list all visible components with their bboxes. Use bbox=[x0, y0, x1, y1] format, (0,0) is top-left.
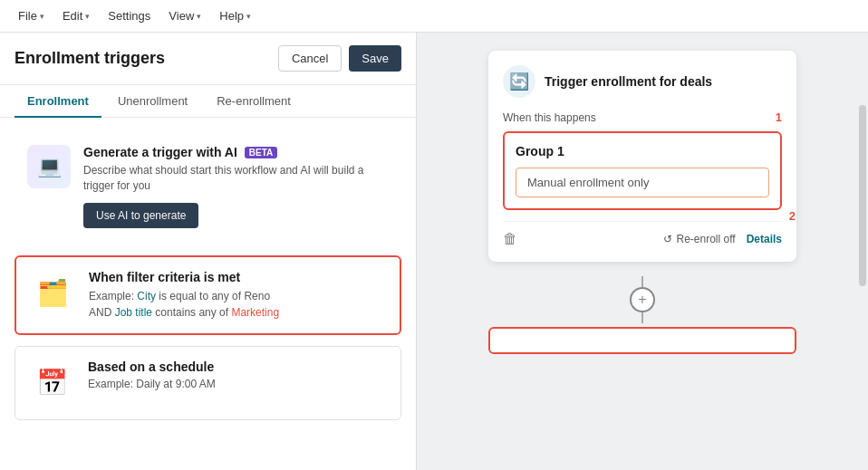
file-chevron-icon: ▾ bbox=[40, 12, 44, 21]
filter-card-title: When filter criteria is met bbox=[89, 270, 279, 284]
details-button[interactable]: Details bbox=[747, 233, 782, 245]
menu-edit[interactable]: Edit ▾ bbox=[55, 6, 97, 25]
enrollment-card-title: Trigger enrollment for deals bbox=[545, 74, 712, 89]
header-buttons: Cancel Save bbox=[278, 45, 401, 72]
menubar: File ▾ Edit ▾ Settings View ▾ Help ▾ bbox=[0, 0, 868, 33]
when-section: When this happens 1 Group 1 Manual enrol… bbox=[503, 110, 782, 210]
right-panel: 🔄 Trigger enrollment for deals When this… bbox=[417, 33, 868, 470]
schedule-card-title: Based on a schedule bbox=[88, 360, 216, 374]
ai-generate-section: 💻 Generate a trigger with AI BETA Descri… bbox=[14, 132, 401, 241]
filter-icon: 🗂️ bbox=[29, 270, 76, 317]
view-chevron-icon: ▾ bbox=[197, 12, 201, 21]
plus-connector: + bbox=[630, 276, 655, 323]
group-1-box: Group 1 Manual enrollment only bbox=[503, 131, 782, 210]
card-footer: 🗑 ↺ Re-enroll off Details bbox=[503, 221, 782, 247]
menu-view[interactable]: View ▾ bbox=[161, 6, 208, 25]
filter-card-description: Example: City is equal to any of Reno AN… bbox=[89, 288, 279, 321]
tabs-bar: Enrollment Unenrollment Re-enrollment bbox=[0, 85, 416, 118]
trigger-count-badge: 1 bbox=[776, 110, 782, 124]
re-enroll-label: Re-enroll off bbox=[676, 233, 735, 245]
save-button[interactable]: Save bbox=[349, 45, 401, 72]
tab-unenrollment[interactable]: Unenrollment bbox=[105, 85, 200, 117]
cancel-button[interactable]: Cancel bbox=[278, 45, 342, 72]
beta-badge: BETA bbox=[245, 147, 277, 158]
menu-settings[interactable]: Settings bbox=[101, 6, 158, 25]
left-content: 💻 Generate a trigger with AI BETA Descri… bbox=[0, 118, 416, 470]
tab-enrollment[interactable]: Enrollment bbox=[14, 85, 101, 117]
step-2-badge: 2 bbox=[789, 209, 796, 223]
delete-icon[interactable]: 🗑 bbox=[503, 231, 517, 247]
left-panel: Enrollment triggers Cancel Save Enrollme… bbox=[0, 33, 417, 470]
left-header: Enrollment triggers Cancel Save bbox=[0, 33, 416, 85]
right-scrollbar[interactable] bbox=[859, 105, 866, 286]
when-header: When this happens 1 bbox=[503, 110, 782, 124]
footer-right: ↺ Re-enroll off Details bbox=[663, 233, 782, 245]
re-enroll-button[interactable]: ↺ Re-enroll off bbox=[663, 233, 735, 245]
ai-illustration-icon: 💻 bbox=[27, 145, 71, 188]
menu-file[interactable]: File ▾ bbox=[11, 6, 52, 25]
when-label: When this happens bbox=[503, 111, 596, 124]
group-1-title: Group 1 bbox=[516, 144, 769, 158]
schedule-card-text: Based on a schedule Example: Daily at 9:… bbox=[88, 360, 216, 407]
ai-text-block: Generate a trigger with AI BETA Describe… bbox=[83, 145, 389, 228]
schedule-card-description: Example: Daily at 9:00 AM bbox=[88, 378, 216, 390]
plus-icon: + bbox=[638, 292, 646, 308]
filter-card-text: When filter criteria is met Example: Cit… bbox=[89, 270, 279, 321]
manual-enrollment-badge: Manual enrollment only bbox=[516, 168, 769, 197]
connector-line-top bbox=[641, 276, 643, 287]
enrollment-header: 🔄 Trigger enrollment for deals bbox=[503, 65, 782, 98]
schedule-icon: 📅 bbox=[28, 360, 75, 407]
add-step-button[interactable]: + bbox=[630, 287, 655, 312]
use-ai-button[interactable]: Use AI to generate bbox=[83, 203, 198, 228]
edit-chevron-icon: ▾ bbox=[85, 12, 90, 21]
re-enroll-icon: ↺ bbox=[663, 233, 672, 245]
tab-re-enrollment[interactable]: Re-enrollment bbox=[204, 85, 304, 117]
schedule-card[interactable]: 📅 Based on a schedule Example: Daily at … bbox=[14, 346, 401, 420]
next-step-placeholder bbox=[488, 327, 796, 354]
deals-icon: 🔄 bbox=[503, 65, 535, 98]
enrollment-trigger-card: 🔄 Trigger enrollment for deals When this… bbox=[488, 51, 796, 262]
connector-line-bottom bbox=[641, 312, 643, 323]
help-chevron-icon: ▾ bbox=[246, 12, 251, 21]
page-title: Enrollment triggers bbox=[14, 49, 165, 68]
filter-criteria-card[interactable]: 🗂️ When filter criteria is met Example: … bbox=[14, 255, 401, 335]
ai-section-title: Generate a trigger with AI BETA bbox=[83, 145, 389, 159]
menu-help[interactable]: Help ▾ bbox=[212, 6, 258, 25]
main-layout: Enrollment triggers Cancel Save Enrollme… bbox=[0, 33, 868, 470]
ai-description: Describe what should start this workflow… bbox=[83, 163, 389, 194]
